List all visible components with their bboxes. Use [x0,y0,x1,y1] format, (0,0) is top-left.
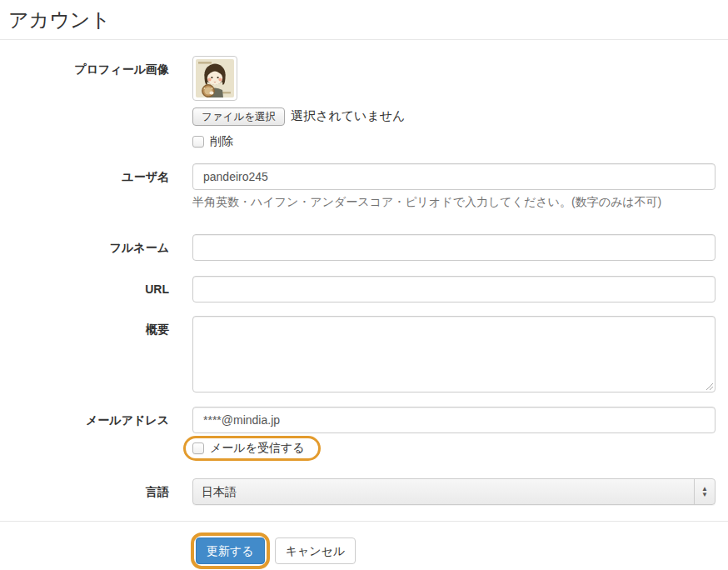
delete-image-checkbox[interactable] [192,136,204,148]
username-label: ユーザ名 [0,163,169,184]
receive-mail-checkbox-row[interactable]: メールを受信する [192,441,305,456]
cancel-button[interactable]: キャンセル [275,538,357,564]
profile-image-label: プロフィール画像 [0,56,169,77]
avatar [192,56,237,101]
summary-label: 概要 [0,316,169,337]
form-group-profile-image: プロフィール画像 [0,56,728,150]
language-select[interactable]: 日本語 [192,478,716,505]
form-group-username: ユーザ名 半角英数・ハイフン・アンダースコア・ピリオドで入力してください。(数字… [0,163,728,209]
email-input[interactable] [192,407,716,433]
receive-mail-label: メールを受信する [210,441,305,456]
email-label: メールアドレス [0,407,169,428]
form-group-email: メールアドレス メールを受信する [0,407,728,461]
account-settings-page: アカウント プロフィール画像 [0,8,728,569]
fullname-input[interactable] [192,234,716,261]
file-upload-row: ファイルを選択 選択されていません [192,108,716,126]
actions-divider [0,521,728,522]
fullname-label: フルネーム [0,234,169,255]
username-help-text: 半角英数・ハイフン・アンダースコア・ピリオドで入力してください。(数字のみは不可… [192,194,716,209]
form-group-fullname: フルネーム [0,234,728,261]
form-group-language: 言語 日本語 ▲ ▼ [0,478,728,505]
title-divider [0,39,728,40]
username-input[interactable] [192,163,716,190]
account-form: プロフィール画像 [0,56,728,569]
summary-textarea[interactable] [192,316,716,392]
file-status-text: 選択されていません [291,108,405,124]
profile-avatar-image [196,59,234,98]
annotation-highlight-ring: メールを受信する [183,436,321,461]
form-group-url: URL [0,276,728,302]
delete-image-checkbox-row[interactable]: 削除 [192,134,233,149]
form-actions: 更新する キャンセル [191,532,728,569]
annotation-highlight-ring: 更新する [191,532,270,569]
receive-mail-checkbox[interactable] [192,442,204,454]
url-label: URL [0,276,169,297]
form-group-summary: 概要 [0,316,728,392]
file-select-button[interactable]: ファイルを選択 [192,108,285,126]
language-label: 言語 [0,478,169,499]
url-input[interactable] [192,276,716,302]
page-title: アカウント [8,8,728,32]
delete-image-label: 削除 [210,134,233,149]
update-button[interactable]: 更新する [196,538,265,564]
